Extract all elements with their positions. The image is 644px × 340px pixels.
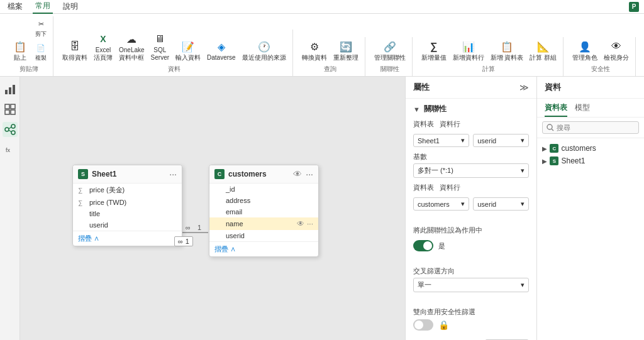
- customers-name: customers: [228, 170, 267, 178]
- bidir-dot: [414, 321, 423, 329]
- input-data-button[interactable]: 📝 輸入資料: [173, 37, 203, 63]
- svg-line-10: [9, 127, 11, 129]
- field-price-usd[interactable]: ∑ price (美金): [73, 184, 182, 197]
- toggle-dot: [423, 241, 432, 250]
- tree-sheet1-label: Sheet1: [561, 156, 585, 165]
- sheet1-footer[interactable]: 摺疊 ∧: [73, 231, 182, 246]
- data-panel: 資料 資料表 模型 ▶ C customers ▶: [537, 77, 644, 340]
- menu-help[interactable]: 說明: [60, 0, 80, 13]
- field-userid-sheet1[interactable]: userid: [73, 219, 182, 231]
- manage-rel-label: 管理關聯性: [374, 54, 406, 62]
- field-name-eye[interactable]: 👁: [297, 219, 304, 228]
- refresh-label: 重新整理: [333, 54, 358, 62]
- sheet1-collapse[interactable]: 摺疊 ∧: [78, 234, 99, 242]
- active-label: 將此關聯性設為作用中: [413, 226, 482, 235]
- customers-menu[interactable]: ···: [306, 169, 313, 179]
- active-toggle[interactable]: [413, 240, 433, 251]
- recent-button[interactable]: 🕐 最近使用的來源: [240, 37, 289, 63]
- data-tree: ▶ C customers ▶ S Sheet1: [537, 138, 644, 340]
- field-price-twd[interactable]: ∑ price (TWD): [73, 197, 182, 208]
- sql-label: SQLServer: [151, 47, 169, 62]
- cardinality-row: 基數 多對一 (*:1) ▾: [413, 152, 529, 178]
- to-table-select[interactable]: customers ▾: [413, 197, 469, 211]
- menu-file[interactable]: 檔案: [5, 0, 25, 13]
- properties-expand[interactable]: ≫: [519, 82, 529, 92]
- from-col-select[interactable]: userid ▾: [473, 134, 529, 147]
- sidebar-icon-dax[interactable]: fx: [3, 142, 18, 157]
- field-price-twd-label: price (TWD): [89, 199, 126, 206]
- cross-filter-value: 單一: [418, 280, 431, 290]
- sum-icon-2: ∑: [78, 199, 87, 206]
- rel-chevron[interactable]: ▼: [413, 106, 420, 113]
- sheet1-menu[interactable]: ···: [169, 169, 177, 179]
- from-table-chevron: ▾: [461, 136, 465, 145]
- copy-icon: 📄: [35, 41, 47, 54]
- cardinality-select[interactable]: 多對一 (*:1) ▾: [413, 163, 529, 178]
- bidirectional-label: 雙向查用安全性篩選: [413, 307, 529, 317]
- bidir-toggle[interactable]: [413, 319, 433, 331]
- cross-filter-chevron: ▾: [521, 281, 525, 289]
- customers-collapse[interactable]: 摺疊 ∧: [214, 245, 236, 253]
- refresh-button[interactable]: 🔄 重新整理: [331, 37, 361, 63]
- excel-button[interactable]: X Excel活頁簿: [91, 30, 115, 63]
- to-col-select[interactable]: userid ▾: [473, 197, 529, 211]
- table-sheet1: S Sheet1 ··· ∑ price (美金) ∑ price (TWD) …: [72, 165, 182, 246]
- canvas-area[interactable]: ∞ 1 S Sheet1 ··· ∑ price (美金) ∑ price (T…: [20, 77, 405, 340]
- cross-filter-section: 交叉篩選方向 單一 ▾: [406, 261, 536, 302]
- new-measure-icon: ∑: [426, 39, 441, 54]
- menu-home[interactable]: 常用: [33, 0, 53, 14]
- manage-rel-button[interactable]: 🔗 管理關聯性: [372, 37, 408, 63]
- dataverse-button[interactable]: ◈ Dataverse: [204, 37, 238, 63]
- get-data-button[interactable]: 🗄 取得資料: [60, 37, 90, 63]
- field-userid-customers[interactable]: userid: [209, 230, 318, 241]
- copy-button[interactable]: 📄 複製: [33, 40, 49, 63]
- transform-button[interactable]: ⚙ 轉換資料: [299, 37, 330, 63]
- view-as-button[interactable]: 👁 檢視身分: [601, 37, 631, 63]
- new-measure-button[interactable]: ∑ 新增量值: [419, 37, 449, 63]
- transform-label: 轉換資料: [302, 54, 327, 62]
- paste-label: 貼上: [14, 54, 26, 62]
- field-address[interactable]: address: [209, 195, 318, 206]
- field-id[interactable]: _id: [209, 184, 318, 195]
- sidebar-icon-report[interactable]: [3, 82, 18, 97]
- tab-table[interactable]: 資料表: [545, 102, 567, 117]
- recent-label: 最近使用的來源: [242, 54, 286, 62]
- cut-button[interactable]: ✂ 剪下: [33, 16, 49, 40]
- customers-eye[interactable]: 👁: [293, 169, 302, 179]
- sidebar-icon-data[interactable]: [3, 102, 18, 117]
- from-table-select[interactable]: Sheet1 ▾: [413, 134, 469, 147]
- field-title[interactable]: title: [73, 208, 182, 219]
- manage-role-button[interactable]: 👤 管理角色: [570, 37, 600, 63]
- field-email-label: email: [226, 208, 242, 216]
- dataverse-icon: ◈: [214, 39, 229, 54]
- field-address-label: address: [226, 197, 250, 204]
- tree-sheet1[interactable]: ▶ S Sheet1: [537, 155, 644, 167]
- manage-role-label: 管理角色: [572, 54, 597, 62]
- customers-header: C customers 👁 ···: [209, 165, 318, 184]
- search-box[interactable]: [542, 121, 639, 134]
- sidebar-icon-model[interactable]: [3, 122, 18, 137]
- tab-model[interactable]: 模型: [575, 102, 590, 117]
- svg-text:1: 1: [197, 224, 201, 231]
- data-group-label: 資料: [168, 65, 180, 74]
- paste-button[interactable]: 📋 貼上: [9, 37, 31, 63]
- svg-rect-1: [9, 87, 11, 94]
- onelake-button[interactable]: ☁ OneLake資料中框: [116, 30, 147, 63]
- field-name-dots[interactable]: ···: [307, 219, 313, 228]
- tree-sheet1-chevron: ▶: [542, 158, 547, 165]
- sql-button[interactable]: 🖥 SQLServer: [148, 30, 172, 63]
- view-as-icon: 👁: [609, 39, 624, 54]
- dataverse-label: Dataverse: [207, 54, 236, 62]
- new-table-button[interactable]: 📋 新增 資料表: [488, 37, 526, 63]
- new-col-button[interactable]: 📊 新增資料行: [450, 37, 487, 63]
- tree-customers[interactable]: ▶ C customers: [537, 142, 644, 155]
- cardinality-many: ∞: [178, 238, 183, 245]
- svg-text:fx: fx: [6, 147, 11, 153]
- customers-footer[interactable]: 摺疊 ∧: [209, 241, 318, 256]
- field-name[interactable]: name 👁 ···: [209, 217, 318, 230]
- calc-group-button[interactable]: 📐 計算 群組: [527, 37, 559, 63]
- search-input[interactable]: [557, 124, 635, 131]
- relationship-section: ▼ 關聯性 資料表 資料行 Sheet1 ▾ userid ▾: [406, 99, 536, 221]
- cross-filter-select[interactable]: 單一 ▾: [413, 278, 529, 292]
- field-email[interactable]: email: [209, 206, 318, 217]
